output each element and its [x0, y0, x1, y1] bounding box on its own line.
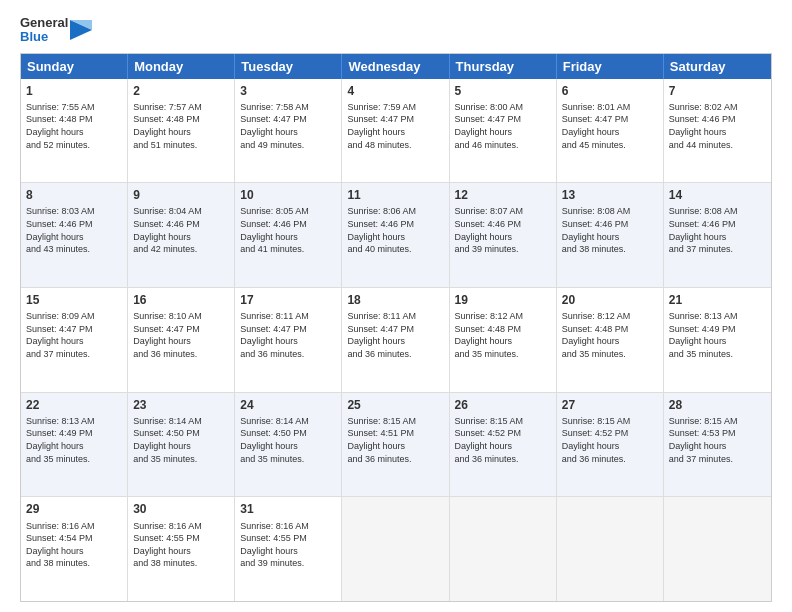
sunrise-label: Sunrise: 8:02 AM [669, 102, 738, 112]
cell-info: Sunrise: 8:13 AMSunset: 4:49 PMDaylight … [669, 310, 766, 360]
header-day-thursday: Thursday [450, 54, 557, 79]
daylight-label: Daylight hours [26, 441, 84, 451]
sunrise-label: Sunrise: 8:07 AM [455, 206, 524, 216]
day-number: 18 [347, 292, 443, 308]
day-number: 21 [669, 292, 766, 308]
sunset-label: Sunset: 4:46 PM [133, 219, 200, 229]
calendar-cell-day-23: 23Sunrise: 8:14 AMSunset: 4:50 PMDayligh… [128, 393, 235, 497]
cell-info: Sunrise: 7:55 AMSunset: 4:48 PMDaylight … [26, 101, 122, 151]
daylight-label: Daylight hours [240, 441, 298, 451]
header-day-wednesday: Wednesday [342, 54, 449, 79]
calendar-cell-day-29: 29Sunrise: 8:16 AMSunset: 4:54 PMDayligh… [21, 497, 128, 601]
cell-info: Sunrise: 8:15 AMSunset: 4:52 PMDaylight … [562, 415, 658, 465]
calendar-cell-day-7: 7Sunrise: 8:02 AMSunset: 4:46 PMDaylight… [664, 79, 771, 183]
sunset-label: Sunset: 4:49 PM [26, 428, 93, 438]
day-number: 14 [669, 187, 766, 203]
daylight-label: Daylight hours [347, 336, 405, 346]
sunset-label: Sunset: 4:48 PM [455, 324, 522, 334]
daylight-value: and 36 minutes. [455, 454, 519, 464]
sunrise-label: Sunrise: 7:57 AM [133, 102, 202, 112]
daylight-label: Daylight hours [133, 546, 191, 556]
day-number: 5 [455, 83, 551, 99]
sunrise-label: Sunrise: 8:16 AM [240, 521, 309, 531]
sunrise-label: Sunrise: 8:13 AM [669, 311, 738, 321]
day-number: 16 [133, 292, 229, 308]
cell-info: Sunrise: 8:01 AMSunset: 4:47 PMDaylight … [562, 101, 658, 151]
daylight-label: Daylight hours [347, 127, 405, 137]
daylight-value: and 48 minutes. [347, 140, 411, 150]
daylight-value: and 35 minutes. [669, 349, 733, 359]
daylight-value: and 37 minutes. [26, 349, 90, 359]
day-number: 13 [562, 187, 658, 203]
day-number: 17 [240, 292, 336, 308]
calendar-body: 1Sunrise: 7:55 AMSunset: 4:48 PMDaylight… [21, 79, 771, 601]
calendar-week-1: 1Sunrise: 7:55 AMSunset: 4:48 PMDaylight… [21, 79, 771, 183]
daylight-value: and 38 minutes. [133, 558, 197, 568]
daylight-label: Daylight hours [562, 232, 620, 242]
day-number: 4 [347, 83, 443, 99]
sunrise-label: Sunrise: 8:15 AM [669, 416, 738, 426]
day-number: 9 [133, 187, 229, 203]
logo-blue-text: Blue [20, 30, 68, 44]
day-number: 31 [240, 501, 336, 517]
sunset-label: Sunset: 4:54 PM [26, 533, 93, 543]
sunset-label: Sunset: 4:46 PM [240, 219, 307, 229]
daylight-label: Daylight hours [133, 441, 191, 451]
sunrise-label: Sunrise: 8:08 AM [562, 206, 631, 216]
sunset-label: Sunset: 4:47 PM [26, 324, 93, 334]
sunrise-label: Sunrise: 8:15 AM [562, 416, 631, 426]
daylight-label: Daylight hours [240, 336, 298, 346]
daylight-value: and 44 minutes. [669, 140, 733, 150]
cell-info: Sunrise: 8:02 AMSunset: 4:46 PMDaylight … [669, 101, 766, 151]
daylight-label: Daylight hours [347, 232, 405, 242]
cell-info: Sunrise: 8:00 AMSunset: 4:47 PMDaylight … [455, 101, 551, 151]
calendar-cell-empty [450, 497, 557, 601]
daylight-label: Daylight hours [26, 232, 84, 242]
logo-container: General Blue [20, 16, 92, 45]
daylight-label: Daylight hours [669, 336, 727, 346]
calendar-cell-day-27: 27Sunrise: 8:15 AMSunset: 4:52 PMDayligh… [557, 393, 664, 497]
day-number: 19 [455, 292, 551, 308]
daylight-value: and 36 minutes. [347, 454, 411, 464]
daylight-label: Daylight hours [240, 546, 298, 556]
cell-info: Sunrise: 8:12 AMSunset: 4:48 PMDaylight … [562, 310, 658, 360]
header-day-saturday: Saturday [664, 54, 771, 79]
sunrise-label: Sunrise: 8:11 AM [240, 311, 309, 321]
sunset-label: Sunset: 4:47 PM [562, 114, 629, 124]
cell-info: Sunrise: 8:14 AMSunset: 4:50 PMDaylight … [240, 415, 336, 465]
day-number: 30 [133, 501, 229, 517]
sunset-label: Sunset: 4:47 PM [240, 324, 307, 334]
calendar-cell-day-1: 1Sunrise: 7:55 AMSunset: 4:48 PMDaylight… [21, 79, 128, 183]
cell-info: Sunrise: 8:12 AMSunset: 4:48 PMDaylight … [455, 310, 551, 360]
sunrise-label: Sunrise: 7:55 AM [26, 102, 95, 112]
day-number: 20 [562, 292, 658, 308]
day-number: 24 [240, 397, 336, 413]
sunrise-label: Sunrise: 8:10 AM [133, 311, 202, 321]
day-number: 25 [347, 397, 443, 413]
daylight-label: Daylight hours [240, 232, 298, 242]
daylight-label: Daylight hours [562, 336, 620, 346]
calendar-cell-day-20: 20Sunrise: 8:12 AMSunset: 4:48 PMDayligh… [557, 288, 664, 392]
logo: General Blue [20, 16, 92, 45]
daylight-value: and 46 minutes. [455, 140, 519, 150]
calendar-cell-empty [664, 497, 771, 601]
sunrise-label: Sunrise: 7:59 AM [347, 102, 416, 112]
sunset-label: Sunset: 4:48 PM [26, 114, 93, 124]
calendar-cell-day-2: 2Sunrise: 7:57 AMSunset: 4:48 PMDaylight… [128, 79, 235, 183]
day-number: 2 [133, 83, 229, 99]
header-day-sunday: Sunday [21, 54, 128, 79]
daylight-value: and 39 minutes. [240, 558, 304, 568]
daylight-label: Daylight hours [26, 546, 84, 556]
calendar-week-4: 22Sunrise: 8:13 AMSunset: 4:49 PMDayligh… [21, 392, 771, 497]
sunset-label: Sunset: 4:50 PM [133, 428, 200, 438]
sunrise-label: Sunrise: 8:03 AM [26, 206, 95, 216]
day-number: 1 [26, 83, 122, 99]
sunset-label: Sunset: 4:46 PM [669, 114, 736, 124]
calendar-cell-day-30: 30Sunrise: 8:16 AMSunset: 4:55 PMDayligh… [128, 497, 235, 601]
header-day-monday: Monday [128, 54, 235, 79]
cell-info: Sunrise: 8:07 AMSunset: 4:46 PMDaylight … [455, 205, 551, 255]
daylight-value: and 45 minutes. [562, 140, 626, 150]
sunset-label: Sunset: 4:55 PM [133, 533, 200, 543]
sunset-label: Sunset: 4:47 PM [347, 324, 414, 334]
sunrise-label: Sunrise: 8:16 AM [26, 521, 95, 531]
